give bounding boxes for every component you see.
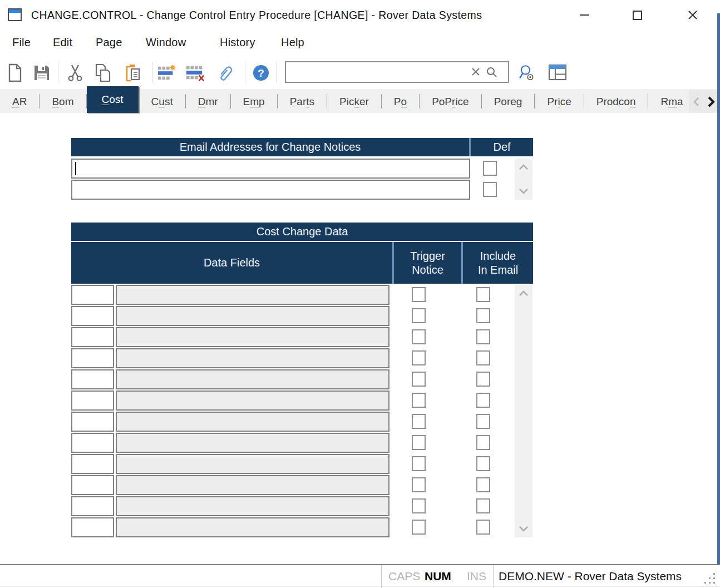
insert-row-button[interactable]	[157, 63, 176, 83]
tab-emp[interactable]: Emp	[231, 90, 277, 113]
layout-button[interactable]	[548, 63, 567, 83]
tab-ar[interactable]: AR	[0, 90, 39, 113]
trigger-notice-checkbox[interactable]	[412, 350, 426, 365]
tab-price[interactable]: Price	[535, 90, 583, 113]
cost-scrollbar[interactable]	[515, 285, 532, 537]
tab-rma[interactable]: Rma	[648, 90, 695, 113]
trigger-notice-checkbox[interactable]	[412, 308, 426, 323]
attachment-button[interactable]	[216, 63, 235, 83]
data-field-code-input[interactable]	[71, 348, 114, 368]
menu-window[interactable]: Window	[146, 36, 186, 49]
save-button[interactable]	[32, 63, 51, 83]
trigger-notice-checkbox[interactable]	[412, 477, 426, 492]
email-address-input[interactable]	[71, 180, 470, 200]
include-in-email-checkbox[interactable]	[476, 414, 490, 429]
scroll-up-icon[interactable]	[519, 164, 529, 170]
data-field-code-input[interactable]	[71, 517, 114, 537]
def-checkbox[interactable]	[483, 182, 497, 197]
tab-prodcon[interactable]: Prodcon	[584, 90, 648, 113]
trigger-notice-checkbox[interactable]	[412, 435, 426, 450]
tab-scroll-right-button[interactable]	[703, 90, 719, 113]
email-scrollbar[interactable]	[515, 159, 532, 200]
trigger-notice-checkbox[interactable]	[412, 414, 426, 429]
tab-dmr[interactable]: Dmr	[186, 90, 230, 113]
paste-button[interactable]	[124, 63, 142, 83]
data-field-code-input[interactable]	[71, 391, 114, 411]
data-field-code-input[interactable]	[71, 454, 114, 474]
tab-bom[interactable]: Bom	[40, 90, 86, 113]
scroll-up-icon[interactable]	[519, 290, 529, 297]
email-header-label: Email Addresses for Change Notices	[71, 138, 469, 156]
trigger-notice-checkbox[interactable]	[412, 520, 426, 535]
include-in-email-checkbox[interactable]	[476, 308, 490, 323]
toolbar-separator	[245, 62, 245, 83]
include-in-email-checkbox[interactable]	[476, 287, 490, 302]
include-in-email-checkbox[interactable]	[476, 456, 490, 471]
delete-row-button[interactable]	[186, 63, 205, 83]
tab-poprice[interactable]: PoPrice	[420, 90, 481, 113]
data-field-code-input[interactable]	[71, 327, 114, 347]
minimize-button[interactable]	[571, 0, 597, 30]
trigger-notice-checkbox[interactable]	[412, 329, 426, 344]
data-field-code-input[interactable]	[71, 412, 114, 432]
include-in-email-checkbox[interactable]	[476, 520, 490, 535]
chevron-right-icon	[707, 96, 715, 108]
cut-icon	[66, 63, 85, 82]
trigger-notice-checkbox[interactable]	[412, 456, 426, 471]
menu-page[interactable]: Page	[96, 36, 122, 49]
def-checkbox[interactable]	[483, 161, 497, 176]
data-field-code-input[interactable]	[71, 306, 114, 326]
include-in-email-header: Include In Email	[463, 242, 533, 284]
include-in-email-checkbox[interactable]	[476, 477, 490, 492]
include-in-email-checkbox[interactable]	[476, 372, 490, 387]
tab-cost[interactable]: Cost	[87, 86, 139, 113]
advanced-search-icon	[517, 62, 536, 83]
data-field-code-input[interactable]	[71, 475, 114, 495]
email-table-header: Email Addresses for Change Notices Def	[71, 138, 533, 156]
advanced-search-button[interactable]	[517, 63, 536, 83]
trigger-notice-checkbox[interactable]	[412, 498, 426, 513]
tab-poreg[interactable]: Poreg	[482, 90, 535, 113]
data-field-code-input[interactable]	[71, 285, 114, 305]
tab-strip: ARBomCostCustDmrEmpPartsPickerPoPoPriceP…	[0, 89, 720, 113]
scroll-down-icon[interactable]	[519, 526, 529, 532]
trigger-notice-checkbox[interactable]	[412, 393, 426, 408]
maximize-button[interactable]	[624, 0, 650, 30]
resize-grip[interactable]	[702, 571, 719, 585]
search-input[interactable]	[287, 63, 476, 81]
include-in-email-checkbox[interactable]	[476, 329, 490, 344]
menu-bar: FileEditPageWindowHistoryHelp	[0, 31, 720, 57]
window-right-border	[717, 13, 720, 564]
title-bar: CHANGE.CONTROL - Change Control Entry Pr…	[0, 0, 720, 31]
include-in-email-checkbox[interactable]	[476, 435, 490, 450]
include-in-email-checkbox[interactable]	[476, 498, 490, 513]
tab-parts[interactable]: Parts	[278, 90, 327, 113]
menu-edit[interactable]: Edit	[53, 36, 72, 49]
trigger-notice-label: Trigger Notice	[406, 249, 450, 277]
scroll-down-icon[interactable]	[519, 188, 529, 194]
close-button[interactable]	[679, 0, 706, 30]
trigger-notice-checkbox[interactable]	[412, 287, 426, 302]
cost-table-title: Cost Change Data	[71, 223, 533, 241]
copy-button[interactable]	[93, 63, 112, 83]
cost-row	[71, 348, 515, 368]
tab-scroll-left-button[interactable]	[689, 90, 703, 113]
help-button[interactable]: ?	[251, 63, 270, 83]
email-address-input[interactable]	[71, 159, 470, 179]
data-field-code-input[interactable]	[71, 433, 114, 453]
search-icon[interactable]	[486, 66, 498, 78]
menu-history[interactable]: History	[220, 36, 255, 49]
cut-button[interactable]	[66, 63, 85, 83]
new-document-button[interactable]	[6, 63, 24, 83]
menu-help[interactable]: Help	[281, 36, 304, 49]
include-in-email-checkbox[interactable]	[476, 393, 490, 408]
clear-search-icon[interactable]	[471, 67, 480, 76]
tab-picker[interactable]: Picker	[327, 90, 381, 113]
data-field-code-input[interactable]	[71, 369, 114, 389]
menu-file[interactable]: File	[12, 36, 31, 49]
tab-po[interactable]: Po	[382, 90, 419, 113]
data-field-code-input[interactable]	[71, 496, 114, 516]
trigger-notice-checkbox[interactable]	[412, 372, 426, 387]
tab-cust[interactable]: Cust	[139, 90, 185, 113]
include-in-email-checkbox[interactable]	[476, 350, 490, 365]
